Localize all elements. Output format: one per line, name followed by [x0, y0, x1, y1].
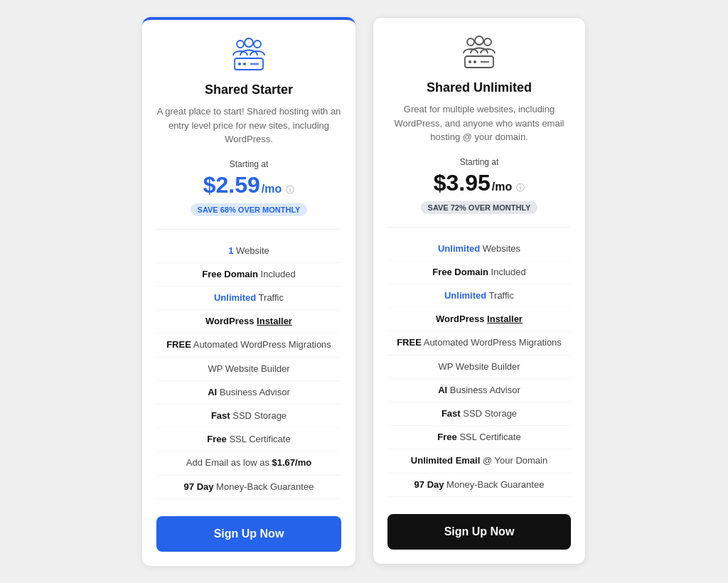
save-badge: SAVE 68% OVER MONTHLY	[191, 203, 308, 216]
svg-point-5	[243, 63, 246, 65]
feature-item: Free Domain Included	[387, 261, 571, 284]
feature-item: Free SSL Certificate	[387, 426, 571, 449]
price-amount: $3.95	[434, 170, 491, 196]
price-info-icon[interactable]: ⓘ	[286, 184, 294, 196]
plan-description: Great for multiple websites, including W…	[387, 102, 571, 144]
price-per: /mo	[492, 181, 512, 193]
feature-item: Free SSL Certificate	[156, 428, 341, 451]
signup-button[interactable]: Sign Up Now	[156, 516, 341, 552]
pricing-cards: Shared Starter A great place to start! S…	[128, 3, 600, 580]
features-list: Unlimited WebsitesFree Domain IncludedUn…	[387, 227, 571, 497]
pricing-card-shared-starter: Shared Starter A great place to start! S…	[142, 17, 355, 566]
save-badge: SAVE 72% OVER MONTHLY	[421, 201, 538, 214]
feature-item: WP Website Builder	[387, 355, 571, 379]
plan-title: Shared Unlimited	[387, 80, 571, 95]
feature-item: AI Business Advisor	[387, 379, 571, 402]
feature-item: Unlimited Traffic	[156, 287, 341, 310]
feature-item: Unlimited Email @ Your Domain	[387, 449, 571, 473]
svg-point-11	[469, 60, 471, 63]
features-list: 1 WebsiteFree Domain IncludedUnlimited T…	[156, 229, 341, 499]
price-amount: $2.59	[203, 172, 260, 198]
feature-item: 1 Website	[156, 240, 341, 263]
feature-item: 97 Day Money-Back Guarantee	[387, 474, 571, 497]
feature-item: Add Email as low as $1.67/mo	[156, 451, 341, 475]
svg-point-1	[245, 38, 253, 47]
price-info-icon[interactable]: ⓘ	[516, 182, 525, 194]
starting-at-label: Starting at	[156, 159, 341, 169]
svg-point-0	[237, 41, 244, 48]
plan-title: Shared Starter	[156, 82, 341, 97]
feature-item: Unlimited Websites	[387, 237, 571, 261]
plan-icon	[226, 37, 272, 73]
plan-icon	[456, 35, 502, 70]
pricing-card-shared-unlimited: Shared Unlimited Great for multiple webs…	[373, 17, 586, 565]
price-per: /mo	[262, 183, 282, 196]
starting-at-label: Starting at	[387, 157, 571, 167]
svg-point-9	[484, 38, 491, 46]
plan-description: A great place to start! Shared hosting w…	[156, 105, 341, 146]
feature-item: FREE Automated WordPress Migrations	[387, 331, 571, 355]
svg-point-2	[254, 41, 261, 48]
svg-point-12	[473, 60, 476, 63]
feature-item: FREE Automated WordPress Migrations	[156, 333, 341, 357]
svg-point-7	[467, 38, 474, 46]
feature-item: WordPress Installer	[387, 308, 571, 331]
signup-button[interactable]: Sign Up Now	[387, 514, 571, 550]
feature-item: 97 Day Money-Back Guarantee	[156, 476, 341, 499]
feature-item: AI Business Advisor	[156, 381, 341, 405]
feature-item: WordPress Installer	[156, 310, 341, 333]
feature-item: Free Domain Included	[156, 263, 341, 287]
feature-item: WP Website Builder	[156, 358, 341, 381]
feature-item: Unlimited Traffic	[387, 284, 571, 308]
price-row: $3.95 /mo ⓘ	[387, 170, 571, 196]
feature-item: Fast SSD Storage	[387, 402, 571, 426]
svg-point-4	[238, 63, 241, 65]
feature-item: Fast SSD Storage	[156, 405, 341, 428]
price-row: $2.59 /mo ⓘ	[156, 172, 341, 198]
svg-point-8	[475, 36, 483, 45]
